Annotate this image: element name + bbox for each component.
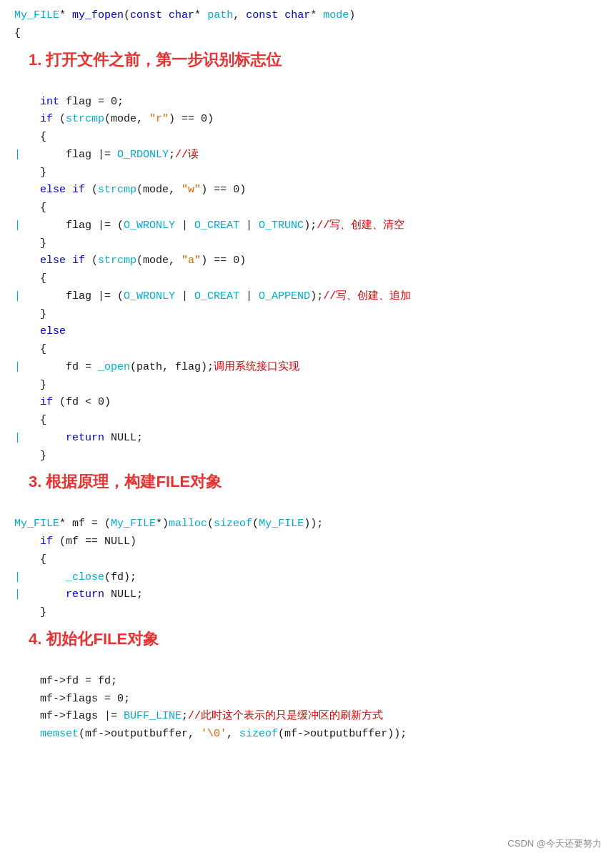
code-container: My_FILE* my_fopen(const char* path, cons… — [14, 7, 602, 744]
code-line: My_FILE — [14, 9, 59, 21]
heading-4: 4. 初始化FILE对象 — [29, 626, 602, 652]
watermark: CSDN @今天还要努力 — [507, 837, 602, 850]
code-pre: My_FILE* my_fopen(const char* path, cons… — [14, 7, 602, 744]
heading-3: 3. 根据原理，构建FILE对象 — [29, 469, 602, 495]
heading-1: 1. 打开文件之前，第一步识别标志位 — [29, 47, 602, 73]
